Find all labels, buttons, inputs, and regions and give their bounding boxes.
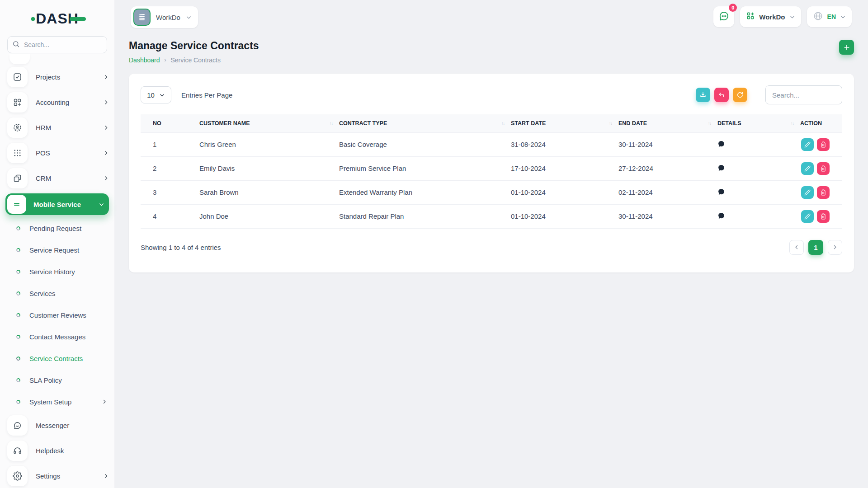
sort-icon[interactable]: ↑↓ — [708, 121, 711, 126]
brand-logo[interactable]: DASH — [0, 0, 114, 33]
entries-per-page-select[interactable]: 10 — [141, 86, 171, 103]
refresh-icon — [736, 91, 744, 99]
delete-button[interactable] — [817, 210, 830, 223]
pagination-page-1[interactable]: 1 — [808, 240, 823, 255]
entries-summary: Showing 1 to 4 of 4 entries — [141, 244, 221, 251]
sidebar-subitem-service-history[interactable]: Service History — [0, 261, 114, 282]
sidebar-item-pos[interactable]: POS — [0, 140, 114, 165]
cell-details[interactable] — [717, 156, 800, 180]
sidebar-subitem-service-request[interactable]: Service Request — [0, 239, 114, 261]
sidebar-subitem-system-setup[interactable]: System Setup — [0, 391, 114, 413]
workspace-switcher[interactable]: WorkDo — [131, 6, 198, 28]
cell-start: 17-10-2024 — [511, 156, 618, 180]
cell-details[interactable] — [717, 132, 800, 156]
search-icon — [12, 40, 20, 50]
sidebar-item-label: Helpdesk — [36, 447, 109, 455]
sidebar-item-messenger[interactable]: Messenger — [0, 413, 114, 438]
sidebar-subitem-pending-request[interactable]: Pending Request — [0, 217, 114, 239]
comment-bubble-icon — [717, 140, 725, 148]
app-menu-dropdown[interactable]: WorkDo — [740, 6, 801, 27]
chevron-down-icon — [186, 14, 192, 20]
bullet-icon — [16, 269, 21, 274]
crm-icon — [7, 168, 28, 188]
sidebar-item-label: Settings — [36, 472, 103, 480]
hrm-icon — [7, 117, 28, 138]
cell-end: 30-11-2024 — [618, 204, 717, 228]
cell-no: 1 — [141, 132, 199, 156]
messenger-icon — [7, 415, 28, 436]
sidebar-item-crm[interactable]: CRM — [0, 165, 114, 191]
messages-badge: 0 — [729, 4, 737, 12]
delete-button[interactable] — [817, 162, 830, 175]
helpdesk-icon — [7, 441, 28, 461]
pencil-icon — [804, 213, 811, 220]
sidebar-item-projects[interactable]: Projects — [0, 64, 114, 89]
sidebar-subitem-customer-reviews[interactable]: Customer Reviews — [0, 304, 114, 326]
sidebar-item-mobile-service[interactable]: Mobile Service — [5, 193, 109, 215]
undo-back-button[interactable] — [714, 88, 729, 102]
table-search-input[interactable] — [765, 85, 842, 104]
col-header-customer-name[interactable]: CUSTOMER NAME↑↓ — [199, 114, 339, 132]
sort-icon[interactable]: ↑↓ — [791, 121, 794, 126]
main-area: WorkDo 0 WorkDo — [114, 0, 868, 488]
bullet-icon — [16, 248, 21, 253]
col-header-end-date[interactable]: END DATE↑↓ — [618, 114, 717, 132]
edit-button[interactable] — [801, 162, 814, 175]
export-download-button[interactable] — [696, 88, 710, 102]
contracts-card: 10 Entries Per Page — [129, 74, 854, 272]
sidebar-search-input[interactable] — [7, 36, 107, 53]
edit-button[interactable] — [801, 186, 814, 199]
edit-button[interactable] — [801, 210, 814, 223]
sort-icon[interactable]: ↑↓ — [330, 121, 333, 126]
delete-button[interactable] — [817, 138, 830, 151]
delete-button[interactable] — [817, 186, 830, 199]
breadcrumb-dashboard-link[interactable]: Dashboard — [129, 56, 160, 64]
comment-bubble-icon — [717, 212, 725, 220]
table-row: 1 Chris Green Basic Coverage 31-08-2024 … — [141, 132, 842, 156]
messages-button[interactable]: 0 — [713, 6, 734, 27]
sort-icon[interactable]: ↑↓ — [609, 121, 612, 126]
cell-end: 27-12-2024 — [618, 156, 717, 180]
cell-details[interactable] — [717, 204, 800, 228]
sidebar-item-helpdesk[interactable]: Helpdesk — [0, 438, 114, 463]
sidebar-item-label: Mobile Service — [33, 201, 99, 208]
cell-details[interactable] — [717, 180, 800, 204]
language-label: EN — [827, 13, 836, 20]
cell-no: 4 — [141, 204, 199, 228]
page-title: Manage Service Contracts — [129, 40, 259, 52]
sidebar-subitem-contact-messages[interactable]: Contact Messages — [0, 326, 114, 347]
refresh-button[interactable] — [733, 88, 747, 102]
sidebar-subitem-services[interactable]: Services — [0, 282, 114, 304]
sidebar-item-accounting[interactable]: Accounting — [0, 89, 114, 115]
edit-button[interactable] — [801, 138, 814, 151]
chevron-left-icon — [794, 244, 799, 250]
col-header-details[interactable]: DETAILS↑↓ — [717, 114, 800, 132]
pagination-next-button[interactable] — [828, 240, 842, 255]
pagination-prev-button[interactable] — [789, 240, 804, 255]
chevron-right-icon — [103, 99, 109, 105]
sidebar-item-hrm[interactable]: HRM — [0, 115, 114, 140]
trash-icon — [820, 189, 826, 196]
table-row: 3 Sarah Brown Extended Warranty Plan 01-… — [141, 180, 842, 204]
page-header: Manage Service Contracts Dashboard › Ser… — [114, 28, 868, 64]
col-header-no[interactable]: NO — [141, 114, 199, 132]
bullet-icon — [16, 356, 21, 361]
table-footer: Showing 1 to 4 of 4 entries 1 — [141, 240, 842, 255]
cell-no: 3 — [141, 180, 199, 204]
sidebar-subitem-service-contracts[interactable]: Service Contracts — [0, 347, 114, 369]
cell-customer: Chris Green — [199, 132, 339, 156]
sidebar-subitem-sla-policy[interactable]: SLA Policy — [0, 369, 114, 391]
sidebar-item-partial[interactable] — [9, 54, 30, 64]
cell-end: 30-11-2024 — [618, 132, 717, 156]
col-header-start-date[interactable]: START DATE↑↓ — [511, 114, 618, 132]
chevron-right-icon — [102, 399, 107, 404]
language-dropdown[interactable]: EN — [807, 6, 852, 27]
col-header-contract-type[interactable]: CONTRACT TYPE↑↓ — [339, 114, 511, 132]
trash-icon — [820, 165, 826, 172]
pencil-icon — [804, 189, 811, 196]
sort-icon[interactable]: ↑↓ — [501, 121, 505, 126]
workspace-building-icon — [133, 9, 151, 26]
chevron-right-icon — [103, 473, 109, 479]
sidebar-item-settings[interactable]: Settings — [0, 463, 114, 488]
add-contract-button[interactable] — [839, 40, 854, 55]
